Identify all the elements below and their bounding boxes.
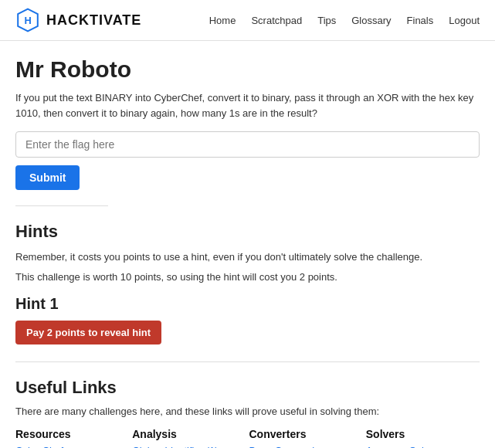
- link-cipher-identifier-1[interactable]: Cipher Identifier (1): [132, 445, 246, 448]
- logo: H HACKTIVATE: [15, 8, 141, 32]
- nav-logout[interactable]: Logout: [449, 15, 480, 26]
- nav-scratchpad[interactable]: Scratchpad: [251, 15, 302, 26]
- link-base-conversion[interactable]: Base Conversion: [249, 445, 363, 448]
- reveal-hint-button[interactable]: Pay 2 points to reveal hint: [15, 321, 161, 344]
- flag-input[interactable]: [15, 131, 480, 158]
- submit-button[interactable]: Submit: [15, 165, 80, 190]
- links-col-solvers: Solvers Anagram Solver Caesar Cipher: [366, 428, 480, 448]
- hint-info-2: This challenge is worth 10 points, so us…: [15, 270, 480, 285]
- challenge-description: If you put the text BINARY into CyberChe…: [15, 90, 480, 120]
- page-title: Mr Roboto: [15, 56, 480, 83]
- nav-tips[interactable]: Tips: [317, 15, 336, 26]
- converters-heading: Converters: [249, 428, 363, 440]
- link-anagram-solver[interactable]: Anagram Solver: [366, 445, 480, 448]
- navbar: H HACKTIVATE Home Scratchpad Tips Glossa…: [0, 0, 495, 41]
- main-content: Mr Roboto If you put the text BINARY int…: [0, 41, 495, 448]
- logo-icon: H: [15, 8, 40, 32]
- resources-heading: Resources: [15, 428, 129, 440]
- section-divider-1: [15, 205, 108, 206]
- links-col-analysis: Analysis Cipher Identifier (1) Cipher Id…: [132, 428, 246, 448]
- useful-links-section: Useful Links There are many challenges h…: [15, 378, 480, 448]
- hint-1-title: Hint 1: [15, 295, 480, 313]
- analysis-heading: Analysis: [132, 428, 246, 440]
- nav-finals[interactable]: Finals: [407, 15, 434, 26]
- link-cyberchef[interactable]: CyberChef: [15, 445, 129, 448]
- links-col-resources: Resources CyberChef ASCII Table: [15, 428, 129, 448]
- logo-text: HACKTIVATE: [46, 12, 141, 29]
- links-col-converters: Converters Base Conversion Common Calcul…: [249, 428, 363, 448]
- nav-links: Home Scratchpad Tips Glossary Finals Log…: [209, 15, 480, 26]
- hint-info-1: Remember, it costs you points to use a h…: [15, 249, 480, 265]
- useful-links-description: There are many challenges here, and thes…: [15, 406, 480, 417]
- hints-title: Hints: [15, 222, 480, 242]
- links-grid: Resources CyberChef ASCII Table Analysis…: [15, 428, 480, 448]
- section-divider-2: [15, 361, 480, 362]
- hint-1-section: Hint 1 Pay 2 points to reveal hint: [15, 295, 480, 344]
- useful-links-title: Useful Links: [15, 378, 480, 398]
- svg-text:H: H: [24, 15, 31, 26]
- solvers-heading: Solvers: [366, 428, 480, 440]
- nav-home[interactable]: Home: [209, 15, 236, 26]
- nav-glossary[interactable]: Glossary: [351, 15, 391, 26]
